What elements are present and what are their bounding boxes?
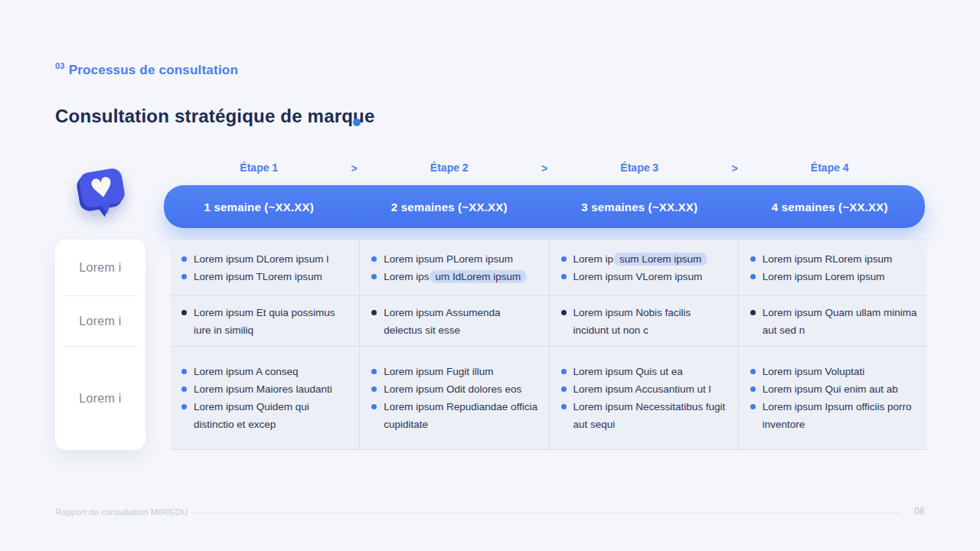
- bullet-icon: [371, 274, 377, 279]
- duration-banner: 1 semaine (~XX.XX) 2 semaines (~XX.XX) 3…: [164, 185, 925, 228]
- list-item-text: Lorem ipsum Voluptati: [763, 363, 865, 380]
- list-item-text: Lorem ipsum Ipsum officiis porro invento…: [763, 398, 918, 433]
- list-item: Lorem ipsum Quis ut ea: [561, 363, 729, 380]
- bullet-icon: [561, 386, 567, 392]
- legend-row-2: Lorem i: [55, 296, 145, 346]
- list-item-text: Lorem ipsum Lorem ipsum: [763, 268, 885, 285]
- list-item-text: Lorem ipsum Quis ut ea: [573, 363, 683, 380]
- table-row: Lorem ipsum DLorem ipsum lLorem ipsum TL…: [170, 240, 927, 295]
- list-item: Lorem ipsum Lorem ipsum: [561, 250, 729, 268]
- list-item-text: Lorem ipsum Repudiandae officia cupidita…: [384, 398, 539, 433]
- slide: 03Processus de consultation Consultation…: [0, 0, 980, 551]
- bullet-icon: [371, 310, 377, 315]
- bullet-icon: [750, 404, 756, 409]
- list-item-text: Lorem ipsum Maiores laudanti: [194, 380, 332, 398]
- process-table: Lorem ipsum DLorem ipsum lLorem ipsum TL…: [170, 240, 927, 450]
- bullet-icon: [561, 274, 567, 279]
- duration-step-3: 3 semaines (~XX.XX): [544, 201, 735, 214]
- bullet-icon: [750, 386, 756, 392]
- page-number: 08: [914, 506, 924, 517]
- list-item: Lorem ipsum Odit dolores eos: [371, 380, 539, 398]
- footer-divider-line: [194, 513, 900, 514]
- list-item: Lorem ipsum Accusantium ut l: [561, 380, 729, 398]
- section-eyebrow: 03Processus de consultation: [55, 61, 238, 78]
- bullet-icon: [750, 310, 756, 315]
- etape-label-4: Étape 4: [735, 161, 926, 177]
- list-item-text: Lorem ipsum RLorem ipsum: [763, 250, 893, 268]
- bullet-icon: [750, 256, 756, 262]
- legend-card: Lorem i Lorem i Lorem i: [55, 240, 145, 450]
- etape-label-3: Étape 3: [544, 161, 735, 177]
- table-cell: Lorem ipsum PLorem ipsumLorem ipsum IdLo…: [359, 240, 548, 295]
- duration-step-2: 2 semaines (~XX.XX): [354, 201, 545, 214]
- table-row: Lorem ipsum Et quia possimus iure in sim…: [170, 295, 927, 346]
- duration-step-1: 1 semaine (~XX.XX): [164, 201, 354, 214]
- highlight: um IdLorem ipsum: [430, 270, 528, 283]
- list-item: Lorem ipsum A conseq: [181, 363, 350, 380]
- bullet-icon: [371, 386, 377, 392]
- bullet-icon: [181, 256, 187, 262]
- table-cell: Lorem ipsum Quis ut eaLorem ipsum Accusa…: [549, 347, 738, 449]
- list-item: Lorem ipsum IdLorem ipsum: [371, 268, 539, 285]
- bullet-icon: [371, 369, 377, 374]
- table-cell: Lorem ipsum Nobis facilis incidunt ut no…: [549, 296, 738, 346]
- title-accent-dot-icon: [353, 119, 361, 126]
- list-item: Lorem ipsum DLorem ipsum l: [181, 250, 350, 268]
- legend-row-1: Lorem i: [55, 240, 145, 295]
- list-item-text: Lorem ipsum IdLorem ipsum: [384, 268, 527, 285]
- table-cell: Lorem ipsum Quam ullam minima aut sed n: [738, 296, 927, 346]
- duration-step-4: 4 semaines (~XX.XX): [735, 201, 926, 214]
- list-item: Lorem ipsum Lorem ipsum: [750, 268, 918, 285]
- bullet-icon: [561, 256, 567, 262]
- table-cell: Lorem ipsum Fugit illumLorem ipsum Odit …: [359, 347, 548, 449]
- list-item: Lorem ipsum PLorem ipsum: [371, 250, 539, 268]
- bullet-icon: [371, 404, 377, 409]
- bullet-icon: [750, 369, 756, 374]
- bullet-icon: [181, 386, 187, 392]
- list-item: Lorem ipsum VLorem ipsum: [561, 268, 729, 285]
- list-item-text: Lorem ipsum Necessitatibus fugit aut seq…: [573, 398, 729, 433]
- list-item-text: Lorem ipsum Qui enim aut ab: [763, 380, 898, 398]
- bullet-icon: [181, 274, 187, 279]
- table-cell: Lorem ipsum Assumenda delectus sit esse: [359, 296, 548, 346]
- list-item-text: Lorem ipsum DLorem ipsum l: [194, 250, 328, 268]
- table-row: Lorem ipsum A conseqLorem ipsum Maiores …: [170, 346, 927, 450]
- list-item-text: Lorem ipsum Accusantium ut l: [573, 380, 711, 398]
- section-label: Processus de consultation: [69, 63, 238, 77]
- list-item: Lorem ipsum Nobis facilis incidunt ut no…: [561, 304, 729, 339]
- bullet-icon: [181, 369, 187, 374]
- section-number: 03: [55, 61, 65, 70]
- bullet-icon: [371, 256, 377, 262]
- list-item-text: Lorem ipsum A conseq: [194, 363, 299, 380]
- table-cell: Lorem ipsum Et quia possimus iure in sim…: [170, 296, 359, 346]
- list-item: Lorem ipsum Qui enim aut ab: [750, 380, 918, 398]
- page-title: Consultation stratégique de marque: [55, 106, 375, 127]
- list-item-text: Lorem ipsum PLorem ipsum: [384, 250, 513, 268]
- list-item: Lorem ipsum Assumenda delectus sit esse: [371, 304, 539, 339]
- list-item: Lorem ipsum Ipsum officiis porro invento…: [750, 398, 918, 433]
- list-item: Lorem ipsum Necessitatibus fugit aut seq…: [561, 398, 729, 433]
- list-item: Lorem ipsum Maiores laudanti: [181, 380, 350, 398]
- list-item-text: Lorem ipsum Assumenda delectus sit esse: [384, 304, 539, 339]
- list-item: Lorem ipsum Quidem qui distinctio et exc…: [181, 398, 350, 433]
- bullet-icon: [181, 310, 187, 315]
- list-item: Lorem ipsum Fugit illum: [371, 363, 539, 380]
- list-item-text: Lorem ipsum Fugit illum: [384, 363, 493, 380]
- list-item-text: Lorem ipsum Et quia possimus iure in sim…: [194, 304, 350, 339]
- highlight: sum Lorem ipsum: [613, 253, 707, 266]
- legend-row-3: Lorem i: [55, 347, 145, 450]
- table-cell: Lorem ipsum VoluptatiLorem ipsum Qui eni…: [738, 347, 927, 449]
- list-item-text: Lorem ipsum VLorem ipsum: [573, 268, 703, 285]
- list-item: Lorem ipsum Repudiandae officia cupidita…: [371, 398, 539, 433]
- etape-label-2: Étape 2: [354, 161, 545, 177]
- bullet-icon: [750, 274, 756, 279]
- list-item-text: Lorem ipsum Nobis facilis incidunt ut no…: [573, 304, 729, 339]
- table-cell: Lorem ipsum A conseqLorem ipsum Maiores …: [170, 347, 359, 449]
- table-cell: Lorem ipsum DLorem ipsum lLorem ipsum TL…: [170, 240, 359, 295]
- list-item: Lorem ipsum Et quia possimus iure in sim…: [181, 304, 350, 339]
- etape-label-1: Étape 1: [164, 161, 354, 177]
- chevron-right-icon: >: [731, 162, 737, 174]
- list-item: Lorem ipsum Quam ullam minima aut sed n: [750, 304, 918, 339]
- list-item-text: Lorem ipsum Lorem ipsum: [573, 250, 708, 268]
- list-item-text: Lorem ipsum Quidem qui distinctio et exc…: [194, 398, 350, 433]
